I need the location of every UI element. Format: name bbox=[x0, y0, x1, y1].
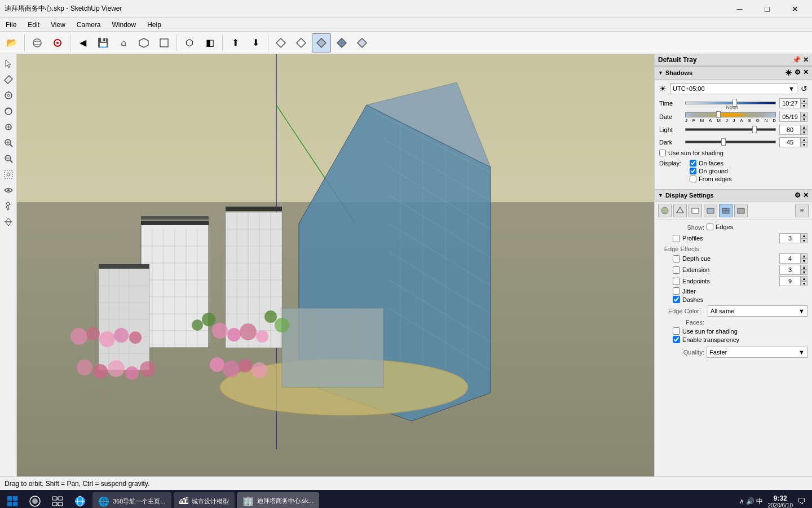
light-spin-down[interactable]: ▼ bbox=[801, 130, 807, 135]
zoomfit-tool-button[interactable] bbox=[1, 151, 16, 166]
start-button[interactable] bbox=[2, 491, 23, 508]
time-spin-up[interactable]: ▲ bbox=[801, 98, 807, 103]
display-settings-section-header[interactable]: ▼ Display Settings ⚙ ✕ bbox=[655, 189, 812, 202]
ds-close-button[interactable]: ✕ bbox=[803, 191, 809, 199]
date-spin-down[interactable]: ▼ bbox=[801, 117, 807, 122]
shaded-button[interactable] bbox=[312, 33, 331, 52]
endpoints-input[interactable]: 9 bbox=[779, 276, 801, 286]
use-sun-checkbox[interactable] bbox=[659, 150, 666, 156]
endpoints-spin-down[interactable]: ▼ bbox=[801, 281, 807, 286]
section-button[interactable]: ⬡ bbox=[180, 33, 199, 52]
ds-hidden-style-button[interactable] bbox=[689, 204, 702, 217]
orbit-tool-button[interactable] bbox=[1, 104, 16, 119]
profiles-spin-down[interactable]: ▼ bbox=[801, 238, 807, 243]
jitter-checkbox[interactable] bbox=[673, 287, 680, 295]
dark-spin-down[interactable]: ▼ bbox=[801, 142, 807, 147]
date-input[interactable]: 05/19 bbox=[779, 112, 801, 122]
menu-help[interactable]: Help bbox=[142, 20, 167, 30]
cortana-button[interactable] bbox=[25, 491, 45, 508]
dark-spin-up[interactable]: ▲ bbox=[801, 137, 807, 142]
hidden-line-button[interactable] bbox=[292, 33, 311, 52]
date-slider-thumb[interactable] bbox=[716, 111, 721, 118]
profiles-checkbox[interactable] bbox=[673, 235, 680, 242]
menu-view[interactable]: View bbox=[45, 20, 71, 30]
ds-shaded-style-button[interactable] bbox=[704, 204, 717, 217]
360nav-app[interactable]: 🌐 360导航一个主页... bbox=[92, 492, 171, 508]
depth-cue-spin-up[interactable]: ▲ bbox=[801, 253, 807, 259]
taskview-button[interactable] bbox=[47, 491, 68, 508]
menu-window[interactable]: Window bbox=[107, 20, 142, 30]
taskbar-clock[interactable]: 9:32 2020/6/10 bbox=[768, 494, 793, 509]
orbit-button[interactable] bbox=[28, 33, 47, 52]
dark-input[interactable]: 45 bbox=[779, 137, 801, 147]
extension-checkbox[interactable] bbox=[673, 266, 680, 274]
shadows-section-header[interactable]: ▼ Shadows ☀ ⚙ ✕ bbox=[655, 66, 812, 80]
import-button[interactable]: ⬇ bbox=[246, 33, 265, 52]
edges-checkbox[interactable] bbox=[707, 224, 713, 230]
light-spin-up[interactable]: ▲ bbox=[801, 125, 807, 130]
prev-scene-button[interactable]: ◀ bbox=[73, 33, 92, 52]
viewport[interactable]: 迪拜塔 Consulting NTLG bbox=[17, 54, 654, 476]
home-button[interactable]: ⌂ bbox=[114, 33, 133, 52]
depth-cue-input[interactable]: 4 bbox=[779, 253, 801, 264]
walk-tool-button[interactable] bbox=[1, 199, 16, 213]
top-view-button[interactable] bbox=[155, 33, 174, 52]
ds-default-style-button[interactable] bbox=[658, 204, 672, 217]
save-button[interactable]: 💾 bbox=[94, 33, 113, 52]
lookfrom-tool-button[interactable] bbox=[1, 183, 16, 198]
dark-slider[interactable] bbox=[685, 138, 776, 147]
endpoints-checkbox[interactable] bbox=[673, 278, 680, 285]
pan-tool-button[interactable] bbox=[1, 120, 16, 134]
citymodel-app[interactable]: 🏙 城市设计模型 bbox=[174, 492, 235, 508]
endpoints-spin-up[interactable]: ▲ bbox=[801, 276, 807, 281]
measure-tool-button[interactable] bbox=[1, 88, 16, 103]
quality-select[interactable]: Faster ▼ bbox=[707, 347, 807, 358]
extension-input[interactable]: 3 bbox=[779, 265, 801, 275]
zoomsel-tool-button[interactable] bbox=[1, 167, 16, 182]
iso-button[interactable] bbox=[134, 33, 153, 52]
minimize-button[interactable]: ─ bbox=[727, 0, 752, 18]
maximize-button[interactable]: □ bbox=[754, 0, 780, 18]
notification-button[interactable]: 🗨 bbox=[797, 497, 805, 506]
section-tool-button[interactable] bbox=[1, 214, 16, 229]
profiles-input[interactable]: 3 bbox=[779, 233, 801, 243]
faces-sun-checkbox[interactable] bbox=[673, 327, 680, 335]
menu-file[interactable]: File bbox=[0, 20, 22, 30]
textured-button[interactable] bbox=[332, 33, 351, 52]
transparency-checkbox[interactable] bbox=[673, 336, 680, 343]
ds-settings-button[interactable]: ⚙ bbox=[795, 191, 801, 199]
light-input[interactable]: 80 bbox=[779, 125, 801, 135]
wireframe-button[interactable] bbox=[271, 33, 290, 52]
depth-cue-checkbox[interactable] bbox=[673, 255, 680, 262]
open-button[interactable]: 📂 bbox=[2, 33, 21, 52]
extension-spin-down[interactable]: ▼ bbox=[801, 270, 807, 275]
timezone-select[interactable]: UTC+05:00 ▼ bbox=[670, 83, 797, 94]
select-tool-button[interactable] bbox=[1, 56, 16, 71]
section2-button[interactable]: ◧ bbox=[200, 33, 219, 52]
depth-cue-spin-down[interactable]: ▼ bbox=[801, 259, 807, 264]
on-ground-checkbox[interactable] bbox=[690, 168, 696, 174]
ds-textured-style-button[interactable] bbox=[719, 204, 732, 217]
dark-thumb[interactable] bbox=[721, 138, 726, 146]
ds-monochrome-style-button[interactable] bbox=[734, 204, 748, 217]
time-input[interactable]: 10:27 bbox=[779, 98, 801, 108]
timezone-reset-button[interactable]: ↺ bbox=[801, 84, 807, 93]
time-spin-down[interactable]: ▼ bbox=[801, 103, 807, 108]
tray-close-button[interactable]: ✕ bbox=[803, 56, 809, 64]
export-button[interactable]: ⬆ bbox=[226, 33, 245, 52]
ds-wire-style-button[interactable] bbox=[673, 204, 687, 217]
time-slider[interactable]: Noon bbox=[685, 98, 776, 109]
menu-camera[interactable]: Camera bbox=[71, 20, 107, 30]
date-slider[interactable]: JFMAMJJASOND bbox=[685, 111, 776, 122]
light-thumb[interactable] bbox=[752, 126, 757, 133]
profiles-spin-up[interactable]: ▲ bbox=[801, 233, 807, 238]
from-edges-checkbox[interactable] bbox=[690, 176, 696, 182]
edge-color-select[interactable]: All same ▼ bbox=[708, 305, 807, 317]
on-faces-checkbox[interactable] bbox=[690, 160, 696, 167]
look-button[interactable] bbox=[48, 33, 67, 52]
ds-extra-button[interactable]: ≡ bbox=[795, 204, 809, 217]
tray-pin-button[interactable]: 📌 bbox=[792, 56, 801, 64]
xray-button[interactable] bbox=[352, 33, 372, 52]
browser-button[interactable] bbox=[70, 491, 90, 508]
paint-tool-button[interactable] bbox=[1, 72, 16, 87]
